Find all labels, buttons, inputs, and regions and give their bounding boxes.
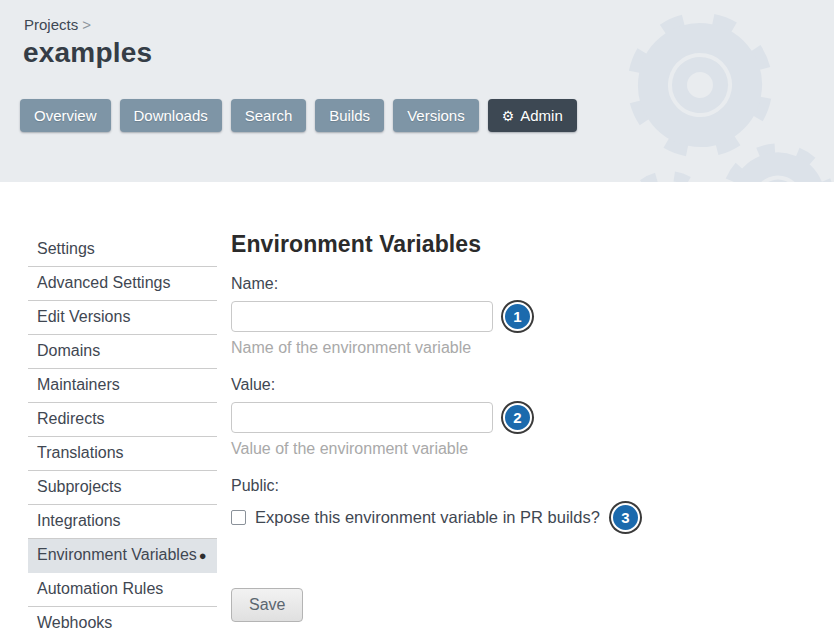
sidebar-item-subprojects[interactable]: Subprojects [28, 471, 217, 505]
value-field-label: Value: [231, 376, 651, 394]
name-helper-text: Name of the environment variable [231, 339, 651, 357]
public-field-label: Public: [231, 477, 651, 495]
sidebar-item-redirects[interactable]: Redirects [28, 403, 217, 437]
sidebar-item-label: Environment Variables [37, 546, 197, 563]
sidebar-item-translations[interactable]: Translations [28, 437, 217, 471]
admin-settings-sidebar: Settings Advanced Settings Edit Versions… [28, 233, 217, 628]
sidebar-item-maintainers[interactable]: Maintainers [28, 369, 217, 403]
callout-badge-3: 3 [611, 503, 640, 532]
value-input[interactable] [231, 402, 493, 433]
sidebar-item-edit-versions[interactable]: Edit Versions [28, 301, 217, 335]
page-title: examples [23, 37, 152, 69]
save-button[interactable]: Save [231, 588, 303, 622]
sidebar-item-webhooks[interactable]: Webhooks [28, 607, 217, 628]
public-checkbox-label[interactable]: Expose this environment variable in PR b… [255, 508, 600, 527]
breadcrumb-separator: > [82, 16, 91, 33]
gears-decoration-graphic [0, 0, 834, 182]
breadcrumb-projects-link[interactable]: Projects [24, 16, 78, 33]
sidebar-item-settings[interactable]: Settings [28, 233, 217, 267]
callout-badge-1: 1 [503, 302, 532, 331]
value-field-group: Value: 2 Value of the environment variab… [231, 376, 651, 458]
sidebar-item-advanced-settings[interactable]: Advanced Settings [28, 267, 217, 301]
name-field-label: Name: [231, 275, 651, 293]
sidebar-item-environment-variables[interactable]: Environment Variables● [28, 539, 217, 573]
project-header: Projects> examples Overview Downloads Se… [0, 0, 834, 182]
tab-search[interactable]: Search [231, 99, 307, 132]
sidebar-item-automation-rules[interactable]: Automation Rules [28, 573, 217, 607]
project-nav-tabs: Overview Downloads Search Builds Version… [20, 99, 577, 132]
tab-builds[interactable]: Builds [315, 99, 384, 132]
public-checkbox[interactable] [231, 510, 246, 525]
section-title: Environment Variables [231, 231, 651, 258]
tab-overview[interactable]: Overview [20, 99, 111, 132]
callout-badge-2: 2 [503, 403, 532, 432]
tab-downloads[interactable]: Downloads [120, 99, 222, 132]
tab-admin[interactable]: ⚙ Admin [488, 99, 577, 132]
gear-icon: ⚙ [502, 109, 515, 123]
name-input[interactable] [231, 301, 493, 332]
sidebar-item-domains[interactable]: Domains [28, 335, 217, 369]
active-item-bullet: ● [199, 548, 207, 563]
tab-admin-label: Admin [520, 107, 563, 124]
environment-variables-form: Environment Variables Name: 1 Name of th… [231, 231, 651, 622]
breadcrumb: Projects> [24, 16, 91, 33]
value-helper-text: Value of the environment variable [231, 440, 651, 458]
tab-versions[interactable]: Versions [393, 99, 479, 132]
sidebar-item-integrations[interactable]: Integrations [28, 505, 217, 539]
name-field-group: Name: 1 Name of the environment variable [231, 275, 651, 357]
public-field-group: Public: Expose this environment variable… [231, 477, 651, 532]
